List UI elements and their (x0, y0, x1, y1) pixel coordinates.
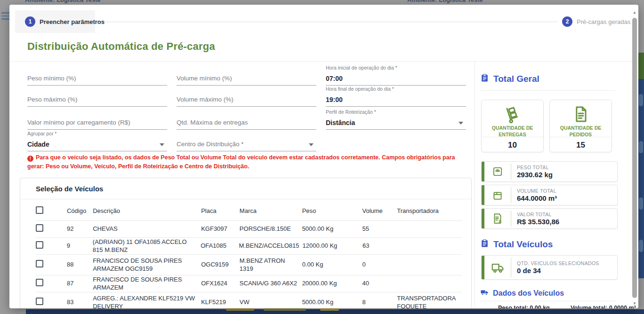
environment-label: Ambiente: Logística Teste (25, 0, 101, 3)
scrollbar-thumb[interactable] (632, 18, 637, 298)
table-cell: OFA1085 (201, 242, 239, 250)
table-cell: 12000.00 Kg (303, 242, 362, 250)
stat-card-pedidos: QUANTIDADE DE PEDIDOS 15 (549, 100, 612, 152)
table-cell: AGREG.: ALEXANDRE KLF5219 VW DELIVERY (93, 295, 201, 308)
column-header: Marca (240, 207, 302, 215)
peso-minimo-field[interactable]: Peso mínimo (%) (27, 65, 167, 86)
table-cell: TRANSPORTADORA FOQUETE (397, 295, 462, 308)
table-cell: 40 (362, 280, 397, 288)
table-cell: 83 (67, 298, 93, 306)
dolly-icon (482, 105, 543, 125)
row-checkbox[interactable] (36, 298, 43, 305)
valor-minimo-field[interactable]: Valor mínimo por carregamento (R$) (27, 109, 167, 130)
scroll-down-icon[interactable]: ▼ (632, 301, 637, 306)
table-cell: FRANCISCO DE SOUSA PIRES ARMAZEM OGC9159 (93, 257, 201, 273)
hora-inicial-field[interactable]: Hora inicial de operação do dia *07:00 (326, 65, 466, 86)
stepper-connector (99, 22, 558, 22)
field-value: Cidade (27, 141, 49, 148)
centro-distribuicao-field[interactable]: Centro de Distribuição * (177, 131, 316, 151)
table-header-row: CódigoDescriçãoPlacaMarcaPesoVolumeTrans… (36, 202, 462, 220)
step1-badge: 1 (25, 16, 35, 27)
perfil-roteirizacao-field[interactable]: Perfil de Roteirização *Distância (326, 109, 466, 130)
table-cell: OGC9159 (201, 261, 240, 269)
background-right-edge (638, 0, 644, 314)
table-cell: 88 (67, 261, 93, 269)
total-veiculos-heading: Total Veículos (480, 239, 553, 250)
table-cell: M.BENZ ATRON 1319 (240, 257, 302, 273)
field-label: Perfil de Roteirização * (326, 109, 376, 115)
field-label: Agrupar por * (27, 131, 56, 136)
chevron-down-icon[interactable] (160, 143, 164, 146)
stat-value: 15 (550, 141, 612, 150)
agrupar-por-field[interactable]: Agrupar por *Cidade (27, 131, 167, 151)
svg-text:$: $ (499, 219, 501, 224)
backdrop-top-bar: Ambiente: Logística Teste Ambiente: Logí… (0, 0, 644, 5)
divider (475, 61, 475, 308)
field-value: 07:00 (326, 75, 343, 82)
table-row[interactable]: 9(ADRIANO) 11 OFA1085 ACCELO 815 M.BENZO… (36, 237, 462, 254)
chevron-down-icon[interactable] (309, 143, 314, 146)
vehicle-selection-title: Seleção de Veículos (36, 185, 103, 193)
chevron-down-icon[interactable] (459, 122, 463, 125)
column-header: Placa (201, 207, 240, 215)
table-cell: 87 (67, 280, 93, 288)
stat-label: QUANTIDADE DE PEDIDOS (550, 125, 612, 138)
clipboard-icon (480, 239, 489, 250)
divider (9, 61, 638, 62)
table-cell: PORSCHE/8.150E (240, 225, 302, 233)
volume-maximo-field[interactable]: Volume máximo (%) (177, 86, 316, 107)
row-checkbox[interactable] (36, 260, 43, 267)
field-label: Volume máximo (%) (177, 96, 233, 103)
step-precargas-geradas[interactable]: 2 Pré-cargas geradas (562, 16, 630, 27)
table-cell: SCANIA/G 360 A6X2 (240, 280, 302, 288)
qtd-maxima-field[interactable]: Qtd. Máxima de entregas (177, 109, 316, 130)
table-row[interactable]: 88FRANCISCO DE SOUSA PIRES ARMAZEM OGC91… (36, 254, 462, 275)
table-cell: OFX1624 (201, 280, 240, 288)
table-cell: CHEVAS (93, 225, 201, 233)
field-label: Peso máximo (%) (27, 96, 78, 103)
peso-maximo-field[interactable]: Peso máximo (%) (27, 86, 167, 107)
dados-veiculos-heading: Dados dos Veículos (480, 288, 564, 298)
field-label: Hora inicial de operação do dia * (326, 65, 397, 71)
clipboard-icon (480, 73, 489, 85)
scroll-up-icon[interactable]: ▲ (632, 10, 637, 15)
volume-minimo-field[interactable]: Volume mínimo (%) (177, 65, 316, 86)
box-icon (484, 185, 511, 205)
table-cell: 20000.00 Kg (302, 280, 362, 288)
table-row[interactable]: 83AGREG.: ALEXANDRE KLF5219 VW DELIVERYK… (36, 292, 462, 308)
step-preencher-parametros[interactable]: 1 Preencher parâmetros (25, 16, 105, 27)
table-cell: VW (240, 298, 302, 306)
divider (480, 90, 615, 91)
divider (20, 199, 471, 199)
hamburger-menu-icon[interactable] (1, 12, 9, 22)
field-label: Hora final de operação do dia * (326, 86, 394, 92)
precarga-dialog: 1 Preencher parâmetros 2 Pré-cargas gera… (9, 5, 638, 308)
metric-label: QTD. VEICULOS SELECIONADOS (517, 260, 599, 266)
step2-label: Pré-cargas geradas (577, 18, 630, 25)
truck-icon (484, 256, 511, 279)
metric-label: PESO TOTAL (517, 165, 553, 170)
field-value: 19:00 (326, 96, 343, 103)
vehicles-table: CódigoDescriçãoPlacaMarcaPesoVolumeTrans… (36, 202, 462, 308)
hora-final-field[interactable]: Hora final de operação do dia *19:00 (326, 86, 466, 107)
vehicle-selection-card: Seleção de Veículos CódigoDescriçãoPlaca… (20, 178, 472, 308)
dialog-scrollbar[interactable]: ▲ ▼ (632, 10, 637, 306)
field-label: Peso mínimo (%) (27, 75, 76, 82)
field-label: Centro de Distribuição * (177, 141, 244, 148)
field-label: Qtd. Máxima de entregas (177, 119, 248, 126)
metric-value: 2930.62 kg (517, 171, 553, 179)
table-cell: KGF3097 (201, 225, 240, 233)
row-checkbox[interactable] (36, 279, 43, 286)
table-row[interactable]: 87FRANCISCO DE SOUSA PIRES ARMAZEMOFX162… (36, 275, 462, 292)
column-header: Código (67, 207, 93, 215)
row-checkbox[interactable] (36, 224, 43, 232)
table-cell: KLF5219 (201, 298, 240, 306)
step2-badge: 2 (562, 16, 572, 27)
truck-icon (480, 288, 489, 298)
volume-total-card: VOLUME TOTAL 644.0000 m³ (481, 185, 618, 205)
select-all-checkbox[interactable] (36, 206, 43, 214)
row-checkbox[interactable] (36, 241, 43, 249)
veiculos-selecionados-card: QTD. VEICULOS SELECIONADOS 0 de 34 (481, 255, 618, 280)
table-row[interactable]: 92CHEVASKGF3097PORSCHE/8.150E5000.00 Kg5… (36, 220, 462, 237)
table-cell: 5000.00 Kg (302, 225, 362, 233)
